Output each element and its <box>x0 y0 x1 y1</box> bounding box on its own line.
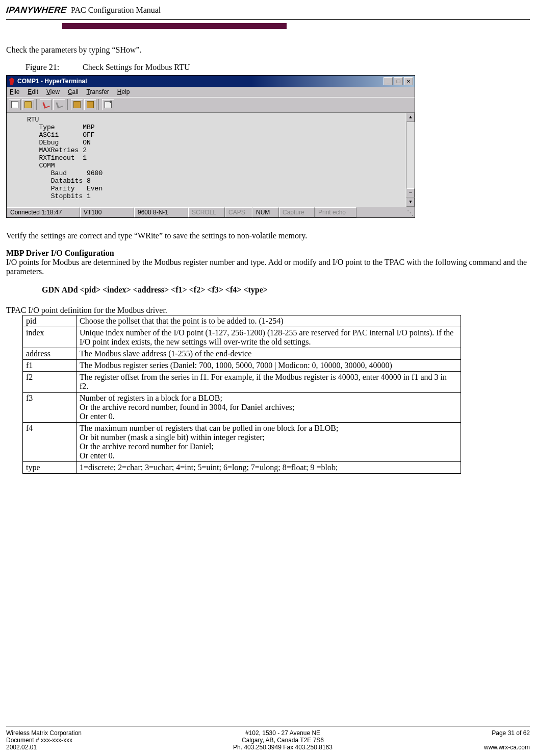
hyperterminal-window: COMP1 - HyperTerminal _ □ × File Edit Vi… <box>6 75 415 218</box>
param-name: pid <box>23 315 76 327</box>
terminal-text: RTU Type MBP ASCii OFF DEbug ON MAXRetri… <box>27 116 103 200</box>
param-desc: The Modbus slave address (1-255) of the … <box>76 348 461 360</box>
header-accent-bar <box>62 23 287 29</box>
param-desc: Choose the pollset that that the point i… <box>76 315 461 327</box>
param-name: address <box>23 348 76 360</box>
param-name: f4 <box>23 423 76 462</box>
figure-number: Figure 21: <box>25 63 81 72</box>
param-desc: Unique index number of the I/O point (1-… <box>76 327 461 348</box>
tb-connect-button[interactable] <box>40 99 52 110</box>
table-row: f4The maximum number of registers that c… <box>23 423 461 462</box>
toolbar <box>7 97 415 112</box>
vertical-scrollbar[interactable]: ▲ — ▼ <box>406 113 415 207</box>
scroll-up-button[interactable]: ▲ <box>406 113 415 122</box>
table-row: f3Number of registers in a block for a B… <box>23 393 461 423</box>
param-desc: The Modbus register series (Daniel: 700,… <box>76 360 461 372</box>
footer-center: #102, 1530 - 27 Avenue NE Calgary, AB, C… <box>233 729 333 751</box>
doc-title: PAC Configuration Manual <box>71 6 161 15</box>
header-rule <box>6 19 530 20</box>
menu-call[interactable]: Call <box>68 88 79 95</box>
param-desc: 1=discrete; 2=char; 3=uchar; 4=int; 5=ui… <box>76 462 461 474</box>
tb-properties-button[interactable] <box>102 99 114 110</box>
minimize-button[interactable]: _ <box>384 77 393 85</box>
menu-edit[interactable]: Edit <box>28 88 38 95</box>
status-caps: CAPS <box>225 207 252 217</box>
resize-grip[interactable] <box>404 207 415 217</box>
figure-caption: Figure 21: Check Settings for Modbus RTU <box>25 63 530 72</box>
scroll-down-button[interactable]: ▼ <box>406 198 415 207</box>
param-desc: The maximum number of registers that can… <box>76 423 461 462</box>
maximize-button[interactable]: □ <box>394 77 403 85</box>
params-table: pidChoose the pollset that that the poin… <box>22 315 461 474</box>
new-icon <box>11 101 18 108</box>
table-row: pidChoose the pollset that that the poin… <box>23 315 461 327</box>
table-row: addressThe Modbus slave address (1-255) … <box>23 348 461 360</box>
table-row: f2The register offset from the series in… <box>23 372 461 393</box>
tb-receive-button[interactable] <box>84 99 96 110</box>
status-emulation: VT100 <box>80 207 134 217</box>
scroll-track[interactable] <box>406 122 415 188</box>
window-title: COMP1 - HyperTerminal <box>17 78 87 85</box>
logo: IPANYWHERE <box>6 5 67 15</box>
status-connected: Connected 1:18:47 <box>7 207 80 217</box>
gdn-command: GDN ADd <pid> <index> <address> <f1> <f2… <box>42 285 530 295</box>
terminal-output[interactable]: RTU Type MBP ASCii OFF DEbug ON MAXRetri… <box>7 112 415 207</box>
grip-icon <box>407 209 414 216</box>
param-name: f1 <box>23 360 76 372</box>
status-print-echo: Print echo <box>315 207 356 217</box>
param-name: index <box>23 327 76 348</box>
disconnect-icon <box>56 101 63 108</box>
tb-disconnect-button[interactable] <box>53 99 65 110</box>
receive-icon <box>87 101 94 108</box>
status-capture: Capture <box>279 207 315 217</box>
menu-transfer[interactable]: Transfer <box>87 88 109 95</box>
close-button[interactable]: × <box>404 77 413 85</box>
doc-header: IPANYWHERE PAC Configuration Manual <box>6 5 530 15</box>
verify-text: Verify the settings are correct and type… <box>6 231 530 240</box>
status-scroll: SCROLL <box>188 207 225 217</box>
table-row: f1The Modbus register series (Daniel: 70… <box>23 360 461 372</box>
menu-file[interactable]: File <box>10 88 19 95</box>
param-desc: Number of registers in a block for a BLO… <box>76 393 461 423</box>
table-row: indexUnique index number of the I/O poin… <box>23 327 461 348</box>
footer-left: Wireless Matrix Corporation Document # x… <box>6 729 82 751</box>
status-num: NUM <box>252 207 279 217</box>
figure-title: Check Settings for Modbus RTU <box>83 63 190 71</box>
mbp-paragraph: I/O points for Modbus are determined by … <box>6 258 530 276</box>
tb-open-button[interactable] <box>22 99 34 110</box>
app-icon <box>8 78 15 85</box>
send-icon <box>73 101 81 108</box>
open-icon <box>24 101 32 108</box>
status-bar: Connected 1:18:47 VT100 9600 8-N-1 SCROL… <box>7 207 415 217</box>
param-name: f3 <box>23 393 76 423</box>
menu-view[interactable]: View <box>46 88 60 95</box>
tb-send-button[interactable] <box>71 99 83 110</box>
tb-new-button[interactable] <box>9 99 21 110</box>
check-params-text: Check the parameters by typing “SHow”. <box>6 45 530 55</box>
status-spacer <box>356 207 404 217</box>
properties-icon <box>105 101 112 108</box>
mbp-heading: MBP Driver I/O Configuration <box>6 249 530 258</box>
scroll-mid-button[interactable]: — <box>406 188 415 198</box>
status-baud: 9600 8-N-1 <box>134 207 188 217</box>
defs-title: TPAC I/O point definition for the Modbus… <box>6 306 530 315</box>
footer-right: Page 31 of 62 www.wrx-ca.com <box>484 729 530 751</box>
param-name: f2 <box>23 372 76 393</box>
param-desc: The register offset from the series in f… <box>76 372 461 393</box>
menu-bar: File Edit View Call Transfer Help <box>7 87 415 97</box>
connect-icon <box>42 101 49 108</box>
menu-help[interactable]: Help <box>117 88 130 95</box>
table-row: type1=discrete; 2=char; 3=uchar; 4=int; … <box>23 462 461 474</box>
window-titlebar: COMP1 - HyperTerminal _ □ × <box>7 76 415 87</box>
param-name: type <box>23 462 76 474</box>
page-footer: Wireless Matrix Corporation Document # x… <box>6 726 530 751</box>
